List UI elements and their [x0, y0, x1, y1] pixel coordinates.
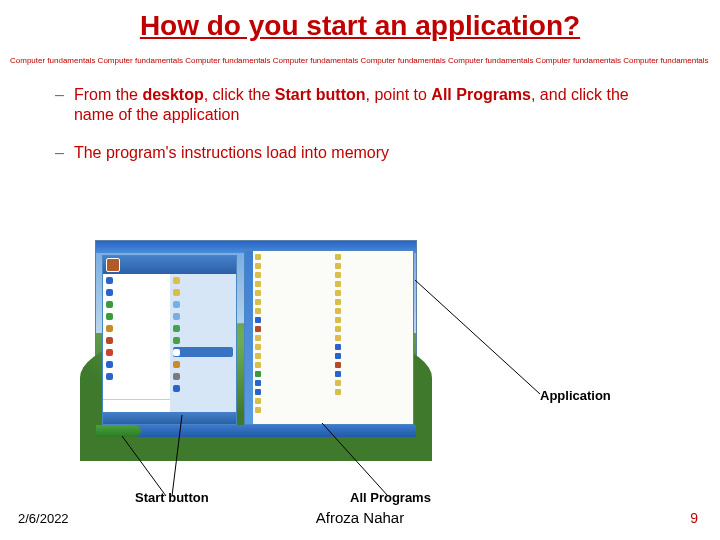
start-menu-left-column	[103, 274, 170, 412]
start-menu-footer	[103, 412, 236, 424]
windows-xp-screenshot	[95, 240, 417, 438]
all-programs-flyout	[244, 250, 414, 425]
footer-author: Afroza Nahar	[0, 509, 720, 526]
svg-line-0	[415, 280, 540, 394]
start-menu-header	[103, 256, 236, 274]
user-avatar-icon	[106, 258, 120, 272]
selected-system-item	[173, 347, 234, 357]
footer-page-number: 9	[690, 510, 698, 526]
flyout-col-2	[333, 251, 413, 424]
all-programs-entry	[103, 399, 170, 412]
decorative-band: Computer fundamentals Computer fundament…	[10, 56, 710, 65]
bullet-list: – From the desktop, click the Start butt…	[55, 85, 665, 163]
callout-all-programs: All Programs	[350, 490, 431, 505]
start-button-graphic	[96, 425, 141, 437]
bullet-text: The program's instructions load into mem…	[74, 143, 665, 163]
callout-start-button: Start button	[135, 490, 209, 505]
bullet-dash-icon: –	[55, 144, 64, 162]
start-menu-right-column	[170, 274, 237, 412]
flyout-col-1	[253, 251, 333, 424]
bullet-text: From the desktop, click the Start button…	[74, 85, 665, 125]
slide-title: How do you start an application?	[0, 10, 720, 42]
bullet-dash-icon: –	[55, 86, 64, 104]
bullet-item: – The program's instructions load into m…	[55, 143, 665, 163]
start-menu	[102, 255, 237, 425]
taskbar	[96, 425, 416, 437]
bullet-item: – From the desktop, click the Start butt…	[55, 85, 665, 125]
flyout-edge	[245, 251, 253, 424]
callout-application: Application	[540, 388, 611, 403]
